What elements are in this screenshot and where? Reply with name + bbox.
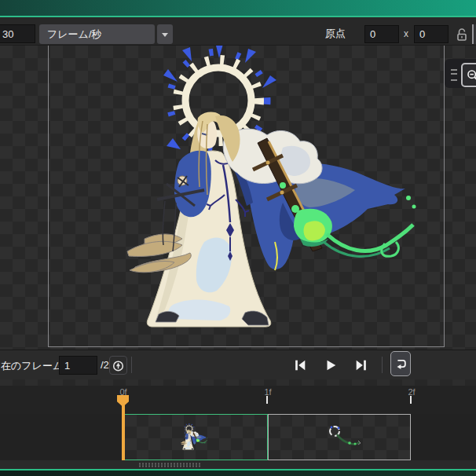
animation-editor-window: フレーム/秒 原点 x xyxy=(0,0,476,476)
timeline-ruler[interactable]: 0f 1f 2f xyxy=(0,386,476,414)
canvas-controls-panel xyxy=(445,59,476,88)
ruler-mark-1f: 1f xyxy=(264,387,271,397)
canvas-viewport[interactable] xyxy=(0,46,476,350)
titlebar[interactable] xyxy=(0,0,476,16)
loop-arrow-icon xyxy=(394,357,408,371)
skip-to-end-icon xyxy=(354,358,368,372)
grip-lines-icon[interactable] xyxy=(451,69,457,81)
origin-label: 原点 xyxy=(325,27,346,41)
playback-separator-2 xyxy=(382,357,383,373)
origin-lock-button[interactable] xyxy=(453,24,470,44)
playback-separator-1 xyxy=(131,357,132,373)
timeline-top-strip xyxy=(0,379,476,386)
unlocked-padlock-icon xyxy=(456,27,468,42)
timeline-track xyxy=(0,414,476,460)
toolbar: フレーム/秒 原点 x xyxy=(0,17,476,46)
clip-thumbnail-2 xyxy=(325,423,363,452)
total-frames-label: /2 xyxy=(101,359,109,371)
bottom-panel-edge xyxy=(0,471,476,476)
fps-unit-label: フレーム/秒 xyxy=(47,27,102,42)
skip-to-start-icon xyxy=(293,358,307,372)
play-button[interactable] xyxy=(322,356,339,374)
fps-dropdown-arrow-button[interactable] xyxy=(157,24,173,44)
playhead-line xyxy=(122,405,125,460)
timeline-bottom-strip xyxy=(0,460,476,469)
magnifier-minus-icon xyxy=(466,68,476,82)
play-triangle-icon xyxy=(324,358,338,372)
frame-pin-button[interactable] xyxy=(109,356,127,375)
origin-y-input[interactable] xyxy=(414,25,449,43)
frame-clip-2[interactable] xyxy=(268,414,411,460)
ruler-tick-1f xyxy=(266,396,268,404)
toolbar-edge-button-partial[interactable] xyxy=(472,24,476,44)
playback-bar: 在のフレーム: /2 xyxy=(0,350,476,379)
current-frame-label: 在のフレーム: xyxy=(1,359,66,373)
chevron-down-icon xyxy=(162,33,168,40)
skip-end-button[interactable] xyxy=(353,356,370,374)
fps-unit-dropdown[interactable]: フレーム/秒 xyxy=(39,24,155,44)
ruler-tick-2f xyxy=(410,396,412,404)
fps-input[interactable] xyxy=(0,24,35,43)
clip-thumbnail-1 xyxy=(180,416,208,459)
skip-start-button[interactable] xyxy=(291,356,309,374)
origin-x-input[interactable] xyxy=(364,25,399,43)
zoom-out-button[interactable] xyxy=(461,63,476,87)
frame-clip-1[interactable] xyxy=(124,414,268,460)
circle-up-arrow-icon xyxy=(112,359,125,372)
sprite-canvas-artwork xyxy=(47,46,448,350)
timeline-grip-handle[interactable] xyxy=(138,463,201,467)
ruler-mark-2f: 2f xyxy=(408,387,415,397)
current-frame-input[interactable] xyxy=(59,356,97,375)
loop-toggle-button[interactable] xyxy=(390,351,411,376)
axis-separator-label: x xyxy=(404,28,408,39)
